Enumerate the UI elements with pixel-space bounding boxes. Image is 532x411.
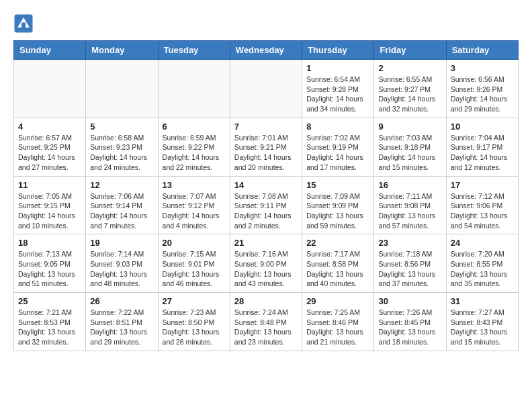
calendar-cell: 6Sunrise: 6:59 AM Sunset: 9:22 PM Daylig… [158,118,230,176]
calendar-cell: 22Sunrise: 7:17 AM Sunset: 8:58 PM Dayli… [302,234,374,293]
day-number: 27 [163,296,226,306]
day-info: Sunrise: 7:03 AM Sunset: 9:18 PM Dayligh… [378,133,441,173]
day-number: 7 [234,122,298,132]
day-number: 26 [90,296,153,306]
calendar-cell: 29Sunrise: 7:25 AM Sunset: 8:46 PM Dayli… [302,293,374,351]
calendar-cell: 15Sunrise: 7:09 AM Sunset: 9:09 PM Dayli… [302,176,374,234]
calendar-header-row: SundayMondayTuesdayWednesdayThursdayFrid… [14,41,519,60]
day-info: Sunrise: 7:16 AM Sunset: 9:00 PM Dayligh… [234,249,298,289]
calendar-cell: 28Sunrise: 7:24 AM Sunset: 8:48 PM Dayli… [230,293,302,351]
calendar-cell: 23Sunrise: 7:18 AM Sunset: 8:56 PM Dayli… [374,234,446,293]
day-number: 13 [163,180,226,190]
day-number: 21 [234,238,298,248]
weekday-header-monday: Monday [86,41,158,60]
calendar-cell: 24Sunrise: 7:20 AM Sunset: 8:55 PM Dayli… [446,234,518,293]
calendar-cell: 4Sunrise: 6:57 AM Sunset: 9:25 PM Daylig… [14,118,86,176]
day-info: Sunrise: 6:57 AM Sunset: 9:25 PM Dayligh… [18,133,81,173]
calendar-cell: 18Sunrise: 7:13 AM Sunset: 9:05 PM Dayli… [14,234,86,293]
day-info: Sunrise: 7:12 AM Sunset: 9:06 PM Dayligh… [451,191,514,231]
day-info: Sunrise: 7:24 AM Sunset: 8:48 PM Dayligh… [234,308,298,347]
calendar-week-row: 1Sunrise: 6:54 AM Sunset: 9:28 PM Daylig… [14,60,519,118]
day-number: 24 [451,238,514,248]
day-number: 16 [378,180,441,190]
calendar-cell: 3Sunrise: 6:56 AM Sunset: 9:26 PM Daylig… [446,60,518,118]
day-number: 6 [163,122,226,132]
day-number: 25 [18,296,81,306]
calendar-cell: 10Sunrise: 7:04 AM Sunset: 9:17 PM Dayli… [446,118,518,176]
day-info: Sunrise: 7:25 AM Sunset: 8:46 PM Dayligh… [306,308,369,347]
calendar-week-row: 4Sunrise: 6:57 AM Sunset: 9:25 PM Daylig… [14,118,519,176]
calendar-week-row: 18Sunrise: 7:13 AM Sunset: 9:05 PM Dayli… [14,234,519,293]
calendar-cell: 8Sunrise: 7:02 AM Sunset: 9:19 PM Daylig… [302,118,374,176]
day-number: 31 [451,296,514,306]
day-number: 20 [163,238,226,248]
weekday-header-thursday: Thursday [302,41,374,60]
calendar-cell: 17Sunrise: 7:12 AM Sunset: 9:06 PM Dayli… [446,176,518,234]
calendar-cell: 9Sunrise: 7:03 AM Sunset: 9:18 PM Daylig… [374,118,446,176]
calendar-table: SundayMondayTuesdayWednesdayThursdayFrid… [13,40,519,351]
page-header [13,13,519,34]
weekday-header-friday: Friday [374,41,446,60]
day-info: Sunrise: 7:11 AM Sunset: 9:08 PM Dayligh… [378,191,441,231]
calendar-cell: 5Sunrise: 6:58 AM Sunset: 9:23 PM Daylig… [86,118,158,176]
day-number: 10 [451,122,514,132]
logo-icon [13,13,34,34]
day-number: 1 [306,63,369,73]
day-number: 14 [234,180,298,190]
calendar-cell: 25Sunrise: 7:21 AM Sunset: 8:53 PM Dayli… [14,293,86,351]
day-number: 19 [90,238,153,248]
weekday-header-tuesday: Tuesday [158,41,230,60]
day-number: 3 [451,63,514,73]
day-info: Sunrise: 6:54 AM Sunset: 9:28 PM Dayligh… [306,75,369,114]
day-info: Sunrise: 7:06 AM Sunset: 9:14 PM Dayligh… [90,191,153,231]
day-info: Sunrise: 6:56 AM Sunset: 9:26 PM Dayligh… [451,75,514,114]
day-info: Sunrise: 7:09 AM Sunset: 9:09 PM Dayligh… [306,191,369,231]
calendar-cell [14,60,86,118]
day-number: 29 [306,296,369,306]
calendar-cell: 30Sunrise: 7:26 AM Sunset: 8:45 PM Dayli… [374,293,446,351]
calendar-cell: 21Sunrise: 7:16 AM Sunset: 9:00 PM Dayli… [230,234,302,293]
weekday-header-saturday: Saturday [446,41,518,60]
day-number: 28 [234,296,298,306]
day-number: 8 [306,122,369,132]
day-number: 2 [378,63,441,73]
calendar-cell: 31Sunrise: 7:27 AM Sunset: 8:43 PM Dayli… [446,293,518,351]
day-info: Sunrise: 7:01 AM Sunset: 9:21 PM Dayligh… [234,133,298,173]
day-info: Sunrise: 7:14 AM Sunset: 9:03 PM Dayligh… [90,249,153,289]
day-info: Sunrise: 7:04 AM Sunset: 9:17 PM Dayligh… [451,133,514,173]
weekday-header-sunday: Sunday [14,41,86,60]
calendar-cell: 11Sunrise: 7:05 AM Sunset: 9:15 PM Dayli… [14,176,86,234]
day-info: Sunrise: 7:26 AM Sunset: 8:45 PM Dayligh… [378,308,441,347]
day-info: Sunrise: 6:58 AM Sunset: 9:23 PM Dayligh… [90,133,153,173]
day-info: Sunrise: 7:13 AM Sunset: 9:05 PM Dayligh… [18,249,81,289]
calendar-cell [86,60,158,118]
calendar-cell: 19Sunrise: 7:14 AM Sunset: 9:03 PM Dayli… [86,234,158,293]
logo [13,13,36,34]
calendar-cell: 1Sunrise: 6:54 AM Sunset: 9:28 PM Daylig… [302,60,374,118]
calendar-cell [158,60,230,118]
day-number: 30 [378,296,441,306]
day-number: 18 [18,238,81,248]
day-number: 4 [18,122,81,132]
svg-rect-2 [21,23,26,29]
calendar-cell: 13Sunrise: 7:07 AM Sunset: 9:12 PM Dayli… [158,176,230,234]
day-info: Sunrise: 7:27 AM Sunset: 8:43 PM Dayligh… [451,308,514,347]
day-number: 12 [90,180,153,190]
calendar-cell: 27Sunrise: 7:23 AM Sunset: 8:50 PM Dayli… [158,293,230,351]
calendar-cell: 26Sunrise: 7:22 AM Sunset: 8:51 PM Dayli… [86,293,158,351]
day-info: Sunrise: 7:22 AM Sunset: 8:51 PM Dayligh… [90,308,153,347]
calendar-cell: 12Sunrise: 7:06 AM Sunset: 9:14 PM Dayli… [86,176,158,234]
day-info: Sunrise: 7:07 AM Sunset: 9:12 PM Dayligh… [163,191,226,231]
calendar-cell [230,60,302,118]
day-number: 11 [18,180,81,190]
calendar-cell: 2Sunrise: 6:55 AM Sunset: 9:27 PM Daylig… [374,60,446,118]
day-info: Sunrise: 7:15 AM Sunset: 9:01 PM Dayligh… [163,249,226,289]
day-info: Sunrise: 6:55 AM Sunset: 9:27 PM Dayligh… [378,75,441,114]
day-info: Sunrise: 7:18 AM Sunset: 8:56 PM Dayligh… [378,249,441,289]
day-info: Sunrise: 7:20 AM Sunset: 8:55 PM Dayligh… [451,249,514,289]
weekday-header-wednesday: Wednesday [230,41,302,60]
calendar-week-row: 25Sunrise: 7:21 AM Sunset: 8:53 PM Dayli… [14,293,519,351]
day-info: Sunrise: 7:02 AM Sunset: 9:19 PM Dayligh… [306,133,369,173]
calendar-cell: 16Sunrise: 7:11 AM Sunset: 9:08 PM Dayli… [374,176,446,234]
day-info: Sunrise: 7:21 AM Sunset: 8:53 PM Dayligh… [18,308,81,347]
